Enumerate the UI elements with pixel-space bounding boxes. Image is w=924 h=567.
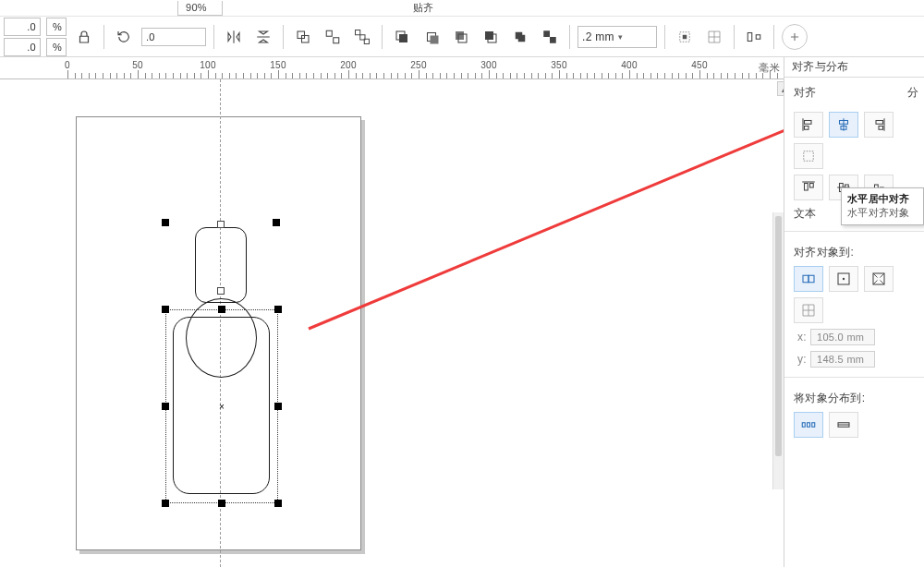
canvas-workspace[interactable]: 毫米 050100150200250300350400450 ▴ × bbox=[0, 57, 784, 567]
align-to-objects-button[interactable] bbox=[794, 266, 823, 292]
break-icon bbox=[541, 29, 558, 45]
align-top-button[interactable] bbox=[794, 175, 823, 200]
rotate-ccw-button[interactable] bbox=[112, 25, 136, 49]
distribute-to-label: 将对象分布到: bbox=[794, 391, 918, 406]
align-distribute-button[interactable] bbox=[742, 25, 766, 49]
svg-rect-2 bbox=[326, 30, 332, 36]
combine-button[interactable] bbox=[508, 25, 532, 49]
distribute-page-button[interactable] bbox=[829, 412, 858, 438]
backward-button[interactable] bbox=[449, 25, 473, 49]
order-front-icon bbox=[394, 29, 410, 45]
svg-rect-16 bbox=[550, 37, 556, 43]
mirror-v-button[interactable] bbox=[251, 25, 275, 49]
align-right-button[interactable] bbox=[864, 112, 894, 138]
order-back-icon bbox=[482, 29, 499, 45]
svg-rect-26 bbox=[876, 121, 883, 125]
svg-rect-7 bbox=[399, 34, 407, 42]
snap-toggle-2[interactable] bbox=[702, 25, 726, 49]
order-forward-icon bbox=[423, 29, 440, 45]
align-section-label: 对齐 bbox=[794, 85, 817, 101]
plus-icon bbox=[788, 30, 801, 43]
svg-rect-41 bbox=[808, 423, 810, 428]
page-center-icon bbox=[835, 271, 852, 287]
forward-button[interactable] bbox=[419, 25, 444, 49]
canvas[interactable]: × bbox=[0, 79, 784, 567]
align-to-page-edge-button[interactable] bbox=[864, 266, 894, 292]
zoom-combo[interactable]: 90% bbox=[177, 1, 223, 16]
align-top-icon bbox=[800, 179, 817, 196]
align-center-h-button[interactable] bbox=[829, 112, 858, 138]
svg-rect-1 bbox=[302, 35, 310, 42]
align-to-label: 对齐对象到: bbox=[794, 245, 918, 260]
mirror-h-button[interactable] bbox=[222, 25, 246, 49]
ungroup-all-button[interactable] bbox=[350, 25, 374, 49]
distribute-to-row bbox=[794, 412, 918, 438]
lock-ratio-button[interactable] bbox=[72, 25, 96, 49]
ungroup-button[interactable] bbox=[321, 25, 345, 49]
align-extra-button[interactable] bbox=[794, 143, 823, 169]
svg-rect-0 bbox=[298, 31, 305, 39]
node-handle[interactable] bbox=[217, 287, 225, 295]
break-button[interactable] bbox=[538, 25, 562, 49]
order-backward-icon bbox=[453, 29, 469, 45]
group-icon bbox=[295, 29, 311, 45]
align-extra-icon bbox=[800, 148, 817, 164]
align-to-page-button[interactable] bbox=[829, 266, 858, 292]
ruler-label: 200 bbox=[340, 60, 357, 70]
scale-y-label: % bbox=[46, 38, 67, 56]
distribute-section-label: 分 bbox=[907, 85, 918, 101]
align-x-value: 105.0 mm bbox=[810, 329, 875, 345]
customize-add-button[interactable] bbox=[782, 24, 808, 50]
svg-rect-4 bbox=[356, 30, 360, 34]
align-left-button[interactable] bbox=[794, 112, 823, 138]
combine-icon bbox=[512, 29, 529, 45]
distribute-selection-button[interactable] bbox=[794, 412, 823, 438]
ruler-label: 400 bbox=[621, 60, 638, 70]
pos-x-input[interactable]: .0 bbox=[4, 18, 41, 36]
svg-line-21 bbox=[309, 105, 784, 329]
svg-rect-42 bbox=[812, 423, 815, 428]
svg-rect-22 bbox=[805, 121, 812, 125]
horizontal-ruler[interactable]: 毫米 050100150200250300350400450 bbox=[0, 57, 784, 79]
svg-rect-30 bbox=[810, 184, 814, 188]
property-bar: .0 .0 % % .0 .2 mm ▾ bbox=[0, 17, 924, 57]
rounded-rect-body[interactable] bbox=[173, 317, 270, 494]
snap-label: 贴齐 bbox=[407, 0, 440, 16]
selection-handle[interactable] bbox=[162, 219, 169, 226]
snap-grid-icon bbox=[706, 29, 723, 45]
ungroup-icon bbox=[324, 29, 341, 45]
vertical-scrollbar[interactable] bbox=[772, 212, 784, 489]
align-center-h-tooltip: 水平居中对齐 水平对齐对象 bbox=[841, 187, 924, 225]
divider bbox=[784, 377, 924, 378]
lock-icon bbox=[76, 29, 92, 45]
mirror-v-icon bbox=[255, 29, 272, 45]
svg-rect-28 bbox=[804, 151, 814, 162]
align-to-grid-button[interactable] bbox=[794, 297, 823, 323]
node-handle[interactable] bbox=[217, 221, 225, 228]
to-front-button[interactable] bbox=[390, 25, 414, 49]
snap-toggle-1[interactable] bbox=[673, 25, 697, 49]
y-prefix: y: bbox=[794, 353, 807, 366]
group-button[interactable] bbox=[291, 25, 315, 49]
to-back-button[interactable] bbox=[479, 25, 503, 49]
pos-y-input[interactable]: .0 bbox=[4, 38, 41, 56]
svg-rect-11 bbox=[456, 31, 464, 40]
align-left-icon bbox=[800, 116, 817, 133]
divider bbox=[784, 231, 924, 232]
rotation-angle-input[interactable]: .0 bbox=[141, 28, 206, 46]
scrollbar-thumb[interactable] bbox=[775, 216, 782, 456]
distribute-sel-icon bbox=[800, 416, 817, 433]
annotation-arrow bbox=[296, 98, 784, 338]
text-align-label: 文本 bbox=[794, 207, 817, 220]
svg-rect-27 bbox=[879, 127, 883, 130]
align-distribute-docker: 对齐与分布 对齐 分 水平居中对齐 水平对齐对象 文本 对齐对象到: bbox=[784, 57, 924, 567]
selection-handle[interactable] bbox=[273, 219, 280, 226]
outline-width-combo[interactable]: .2 mm ▾ bbox=[578, 26, 657, 48]
ruler-label: 250 bbox=[410, 60, 427, 70]
docker-title: 对齐与分布 bbox=[784, 57, 924, 78]
align-y-value: 148.5 mm bbox=[810, 351, 875, 368]
svg-point-38 bbox=[843, 278, 845, 280]
svg-rect-20 bbox=[756, 34, 760, 39]
svg-rect-18 bbox=[683, 34, 687, 39]
svg-rect-10 bbox=[431, 35, 439, 43]
